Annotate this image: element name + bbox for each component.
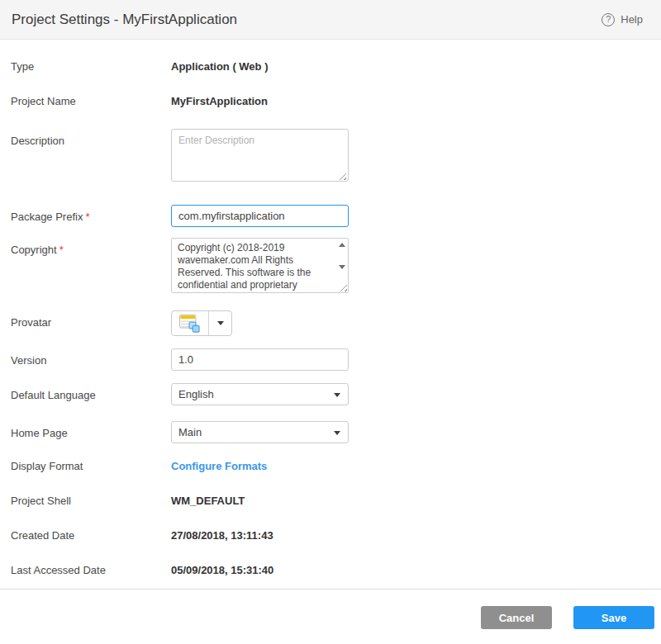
dialog-header: Project Settings - MyFirstApplication ? … <box>0 0 661 40</box>
description-textarea[interactable] <box>171 129 349 182</box>
project-name-label: Project Name <box>11 94 171 108</box>
type-value: Application ( Web ) <box>171 59 268 73</box>
row-project-shell: Project Shell WM_DEFAULT <box>11 494 661 508</box>
row-project-name: Project Name MyFirstApplication <box>11 94 661 108</box>
row-default-language: Default Language English <box>11 383 661 405</box>
row-created-date: Created Date 27/08/2018, 13:11:43 <box>11 528 661 542</box>
project-shell-value: WM_DEFAULT <box>171 494 245 508</box>
row-description: Description <box>11 129 661 185</box>
footer-actions: Cancel Save <box>0 590 661 644</box>
chevron-down-icon <box>217 321 224 325</box>
project-shell-label: Project Shell <box>11 494 171 508</box>
home-page-select[interactable]: Main <box>171 421 349 443</box>
copyright-scrollbar[interactable] <box>335 239 348 292</box>
project-name-value: MyFirstApplication <box>171 94 268 108</box>
home-page-label: Home Page <box>11 421 171 440</box>
help-label: Help <box>621 13 643 26</box>
description-label: Description <box>11 129 171 148</box>
default-language-label: Default Language <box>11 383 171 402</box>
row-last-accessed-date: Last Accessed Date 05/09/2018, 15:31:40 <box>11 563 661 577</box>
package-prefix-input[interactable] <box>171 205 349 227</box>
provatar-label: Provatar <box>11 310 171 329</box>
required-asterisk: * <box>59 244 64 256</box>
package-prefix-label: Package Prefix* <box>11 205 171 224</box>
row-copyright: Copyright* Copyright (c) 2018-2019 wavem… <box>11 238 661 293</box>
last-accessed-date-label: Last Accessed Date <box>11 563 171 577</box>
configure-formats-link[interactable]: Configure Formats <box>171 459 267 473</box>
resize-grip-icon[interactable] <box>339 283 347 291</box>
copyright-textarea[interactable]: Copyright (c) 2018-2019 wavemaker.com Al… <box>171 238 349 293</box>
save-button[interactable]: Save <box>573 606 654 629</box>
created-date-label: Created Date <box>11 528 171 542</box>
project-settings-dialog: Project Settings - MyFirstApplication ? … <box>0 0 661 644</box>
chevron-down-icon <box>334 431 340 435</box>
default-language-selected-value: English <box>178 388 214 400</box>
copyright-label: Copyright* <box>11 238 171 257</box>
chevron-down-icon <box>334 393 340 397</box>
row-package-prefix: Package Prefix* <box>11 205 661 227</box>
row-provatar: Provatar <box>11 310 661 336</box>
row-home-page: Home Page Main <box>11 421 661 443</box>
last-accessed-date-value: 05/09/2018, 15:31:40 <box>171 563 273 577</box>
version-label: Version <box>11 348 171 367</box>
display-format-label: Display Format <box>11 459 171 473</box>
copyright-text: Copyright (c) 2018-2019 wavemaker.com Al… <box>172 239 335 292</box>
required-asterisk: * <box>85 211 89 223</box>
version-input[interactable] <box>171 348 349 371</box>
home-page-selected-value: Main <box>178 426 202 438</box>
row-type: Type Application ( Web ) <box>11 59 661 73</box>
settings-form: Type Application ( Web ) Project Name My… <box>0 40 661 577</box>
cancel-button[interactable]: Cancel <box>481 606 552 629</box>
type-label: Type <box>11 59 171 73</box>
row-display-format: Display Format Configure Formats <box>11 459 661 473</box>
help-button[interactable]: ? Help <box>602 13 643 26</box>
scroll-up-icon[interactable] <box>339 243 345 247</box>
provatar-picker-button[interactable] <box>171 310 232 336</box>
scroll-down-icon[interactable] <box>339 265 345 269</box>
page-title: Project Settings - MyFirstApplication <box>12 12 237 28</box>
provatar-dropdown-toggle[interactable] <box>209 311 231 335</box>
default-language-select[interactable]: English <box>171 383 349 405</box>
row-version: Version <box>11 348 661 371</box>
help-icon: ? <box>602 13 615 26</box>
table-cube-icon[interactable] <box>172 311 209 335</box>
created-date-value: 27/08/2018, 13:11:43 <box>171 528 273 542</box>
